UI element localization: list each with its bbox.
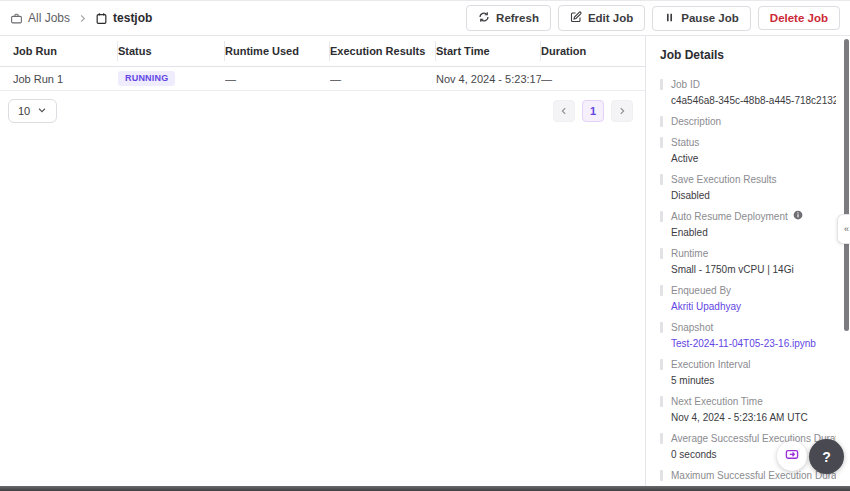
column-header-job-run: Job Run (13, 41, 118, 61)
feedback-icon (784, 447, 800, 466)
column-header-duration: Duration (541, 41, 645, 61)
field-label: Status (671, 136, 836, 149)
field-value: c4a546a8-345c-48b8-a445-718c21321a26 (671, 94, 836, 107)
field-job-id: Job ID c4a546a8-345c-48b8-a445-718c21321… (660, 78, 836, 107)
next-page-button[interactable] (611, 100, 633, 122)
breadcrumb-root-label: All Jobs (28, 11, 70, 25)
column-header-start-time: Start Time (436, 41, 541, 61)
page-size-value: 10 (18, 105, 30, 117)
pause-job-button-label: Pause Job (681, 12, 739, 24)
page-size-select[interactable]: 10 (8, 99, 57, 123)
pager: 1 (553, 100, 633, 122)
column-header-runtime-used: Runtime Used (225, 41, 330, 61)
edit-job-button[interactable]: Edit Job (558, 5, 645, 31)
column-header-execution-results: Execution Results (330, 41, 436, 61)
field-description: Description (660, 115, 836, 128)
pause-job-button[interactable]: Pause Job (652, 6, 751, 31)
breadcrumb-current-label: testjob (113, 11, 152, 25)
snapshot-link[interactable]: Test-2024-11-04T05-23-16.ipynb (671, 337, 836, 350)
field-enqueued-by: Enqueued By Akriti Upadhyay (660, 284, 836, 313)
breadcrumb-current-job: testjob (95, 11, 152, 25)
panel-scrollbar[interactable] (844, 39, 849, 331)
field-value: Enabled (671, 226, 836, 239)
job-runs-section: Job Run Status Runtime Used Execution Re… (0, 36, 645, 491)
page-number-button[interactable]: 1 (582, 100, 604, 122)
field-value: 5 minutes (671, 374, 836, 387)
refresh-button-label: Refresh (496, 12, 539, 24)
top-header-bar: All Jobs testjob Refresh (0, 1, 850, 36)
column-header-status: Status (118, 41, 225, 61)
cell-job-run: Job Run 1 (13, 73, 118, 85)
field-value: Disabled (671, 189, 836, 202)
field-value: Small - 1750m vCPU | 14Gi (671, 263, 836, 276)
field-save-execution-results: Save Execution Results Disabled (660, 173, 836, 202)
field-label-text: Auto Resume Deployment (671, 210, 788, 223)
job-details-panel: Job Details Job ID c4a546a8-345c-48b8-a4… (645, 36, 850, 491)
field-auto-resume-deployment: Auto Resume Deployment Enabled (660, 210, 836, 239)
field-value: Active (671, 152, 836, 165)
status-badge: RUNNING (118, 71, 175, 86)
cell-status: RUNNING (118, 71, 225, 86)
field-status: Status Active (660, 136, 836, 165)
delete-job-button-label: Delete Job (770, 12, 828, 24)
field-label: Runtime (671, 247, 836, 260)
help-button-label: ? (822, 449, 831, 465)
field-label: Average Successful Executions Duration (671, 432, 836, 445)
help-button[interactable]: ? (809, 439, 844, 474)
collapse-icon: « (844, 224, 849, 234)
jobs-icon (10, 12, 23, 25)
panel-collapse-button[interactable]: « (837, 214, 850, 244)
cell-start-time: Nov 4, 2024 - 5:23:17 ... (436, 73, 541, 85)
field-next-execution-time: Next Execution Time Nov 4, 2024 - 5:23:1… (660, 395, 836, 424)
calendar-icon (95, 12, 108, 25)
bottom-scrollbar[interactable] (0, 486, 850, 491)
chevron-down-icon (37, 105, 47, 117)
delete-job-button[interactable]: Delete Job (758, 6, 840, 30)
breadcrumb: All Jobs testjob (10, 11, 152, 25)
field-value: Nov 4, 2024 - 5:23:16 AM UTC (671, 411, 836, 424)
field-label: Save Execution Results (671, 173, 836, 186)
cell-duration: — (541, 73, 645, 85)
field-label: Snapshot (671, 321, 836, 334)
pause-icon (664, 12, 675, 25)
panel-title: Job Details (660, 48, 836, 62)
field-execution-interval: Execution Interval 5 minutes (660, 358, 836, 387)
field-label: Execution Interval (671, 358, 836, 371)
table-row[interactable]: Job Run 1 RUNNING — — Nov 4, 2024 - 5:23… (0, 67, 645, 91)
enqueued-by-link[interactable]: Akriti Upadhyay (671, 300, 836, 313)
prev-page-button[interactable] (553, 100, 575, 122)
pagination-bar: 10 1 (0, 91, 645, 123)
chevron-left-icon (559, 102, 569, 120)
feedback-button[interactable] (777, 441, 807, 471)
field-snapshot: Snapshot Test-2024-11-04T05-23-16.ipynb (660, 321, 836, 350)
cell-runtime-used: — (225, 73, 330, 85)
field-label: Job ID (671, 78, 836, 91)
main-content: Job Run Status Runtime Used Execution Re… (0, 36, 850, 491)
table-header-row: Job Run Status Runtime Used Execution Re… (0, 36, 645, 67)
refresh-button[interactable]: Refresh (466, 5, 551, 31)
info-icon[interactable] (793, 210, 803, 223)
breadcrumb-all-jobs[interactable]: All Jobs (10, 11, 70, 25)
field-label: Enqueued By (671, 284, 836, 297)
chevron-right-icon (77, 13, 88, 24)
edit-job-button-label: Edit Job (588, 12, 633, 24)
job-actions-toolbar: Refresh Edit Job Pause Job Delete Job (466, 5, 840, 31)
field-label: Description (671, 115, 836, 128)
field-label: Auto Resume Deployment (671, 210, 836, 223)
cell-execution-results: — (330, 73, 436, 85)
field-label: Maximum Successful Execution Duration (671, 469, 836, 482)
field-runtime: Runtime Small - 1750m vCPU | 14Gi (660, 247, 836, 276)
chevron-right-icon (617, 102, 627, 120)
edit-icon (570, 11, 582, 25)
refresh-icon (478, 11, 490, 25)
field-label: Next Execution Time (671, 395, 836, 408)
